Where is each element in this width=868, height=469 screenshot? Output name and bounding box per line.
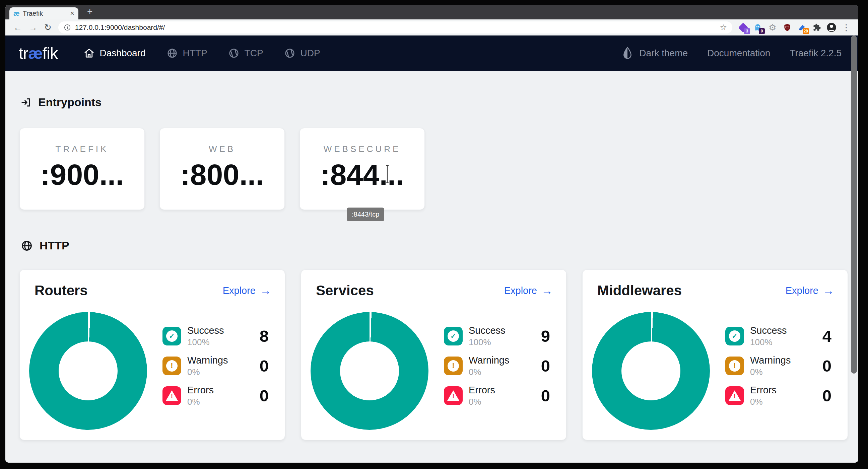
exclaim-glyph: ! <box>452 362 454 370</box>
entrypoint-name: WEBSECURE <box>300 144 425 154</box>
exclaim-glyph: ! <box>171 393 173 400</box>
nav-item-http[interactable]: HTTP <box>166 47 207 59</box>
port-tooltip: :8443/tcp <box>347 207 384 221</box>
tcp-icon <box>228 47 240 59</box>
nav-item-label: UDP <box>301 48 320 59</box>
success-row: ✓ Success 100% 9 <box>444 323 553 349</box>
stat-percent: 0% <box>750 367 790 377</box>
profile-avatar[interactable] <box>826 22 838 33</box>
warnings-row: ! Warnings 0% 0 <box>444 353 553 379</box>
stat-percent: 100% <box>187 337 224 347</box>
stats-list: ✓ Success 100% 8 ! <box>162 323 271 430</box>
explore-label: Explore <box>504 285 537 296</box>
tab-close-icon[interactable]: × <box>70 10 74 17</box>
stat-percent: 0% <box>469 367 509 377</box>
entrypoint-name: TRAEFIK <box>20 144 145 154</box>
stat-percent: 0% <box>187 397 214 407</box>
warnings-row: ! Warnings 0% 0 <box>725 353 834 379</box>
stat-label: Errors <box>469 384 495 396</box>
errors-row: ! Errors 0% 0 <box>444 383 553 408</box>
entrypoint-port: :844... <box>300 158 425 192</box>
version-label: Traefik 2.2.5 <box>789 48 841 59</box>
url-text[interactable]: 127.0.0.1:9000/dashboard/#/ <box>75 24 165 31</box>
stat-percent: 0% <box>187 367 228 377</box>
exclaim-glyph: ! <box>170 362 173 370</box>
browser-window: æ Traefik × + ← → ↻ 127.0.0.1:9000/dashb… <box>5 5 858 463</box>
dashboard-content: Entrypoints TRAEFIK :900... WEB :800... … <box>5 71 858 463</box>
success-icon: ✓ <box>162 327 181 345</box>
check-glyph: ✓ <box>169 332 175 340</box>
stat-label: Errors <box>187 384 214 396</box>
explore-routers-link[interactable]: Explore → <box>223 285 271 296</box>
extension-diamond-icon[interactable]: 3 <box>737 22 749 33</box>
card-body: ✓ Success 100% 8 ! <box>34 307 271 430</box>
stat-label: Success <box>750 325 787 336</box>
stat-percent: 100% <box>469 337 505 347</box>
arrow-right-icon: → <box>541 285 553 296</box>
explore-label: Explore <box>223 285 256 296</box>
warnings-row: ! Warnings 0% 0 <box>162 353 271 379</box>
middlewares-card: Middlewares Explore → ✓ <box>582 269 848 440</box>
nav-item-udp[interactable]: UDP <box>284 47 320 59</box>
back-button[interactable]: ← <box>13 23 22 32</box>
explore-middlewares-link[interactable]: Explore → <box>785 285 834 296</box>
success-icon: ✓ <box>725 327 744 345</box>
dark-theme-toggle[interactable]: Dark theme <box>622 46 688 60</box>
stat-value: 0 <box>823 357 834 375</box>
extension-horn-icon[interactable]: 28 <box>796 22 808 33</box>
nav-item-tcp[interactable]: TCP <box>228 47 263 59</box>
stat-value: 0 <box>541 386 553 405</box>
http-cards: Routers Explore → ✓ Succ <box>20 269 848 440</box>
browser-menu-icon[interactable]: ⋮ <box>840 22 852 33</box>
site-info-icon[interactable] <box>64 24 71 31</box>
check-glyph: ✓ <box>451 332 456 340</box>
card-title: Services <box>316 282 374 299</box>
warning-icon: ! <box>162 357 181 375</box>
routers-donut-chart <box>29 312 147 430</box>
entrypoint-port: :900... <box>20 158 145 192</box>
card-body: ✓ Success 100% 9 ! <box>316 307 553 430</box>
new-tab-button[interactable]: + <box>87 6 92 17</box>
reload-button[interactable]: ↻ <box>44 23 52 32</box>
stat-label: Errors <box>750 384 777 396</box>
bookmark-star-icon[interactable]: ☆ <box>720 23 727 32</box>
nav-item-label: TCP <box>245 48 263 59</box>
nav-item-label: HTTP <box>183 48 207 59</box>
errors-row: ! Errors 0% 0 <box>725 383 834 408</box>
extension-gear-icon[interactable]: ⚙ <box>767 22 779 33</box>
card-body: ✓ Success 100% 4 ! <box>597 307 834 430</box>
explore-services-link[interactable]: Explore → <box>504 285 553 296</box>
extension-shield-icon[interactable] <box>781 22 793 33</box>
arrow-right-icon: → <box>260 285 271 296</box>
page-scrollbar-thumb[interactable] <box>851 35 857 374</box>
dark-theme-label: Dark theme <box>639 48 688 59</box>
exclaim-glyph: ! <box>452 393 454 400</box>
extension-badge: 0 <box>759 28 765 34</box>
stat-label: Success <box>187 325 224 336</box>
tab-strip: æ Traefik × + <box>5 5 858 20</box>
droplet-icon <box>622 46 632 60</box>
logo-ae: æ <box>28 44 42 62</box>
globe-icon <box>166 47 178 59</box>
entrypoint-name: WEB <box>160 144 284 154</box>
extensions-puzzle-icon[interactable] <box>811 22 823 33</box>
logo-text: fik <box>42 44 58 62</box>
forward-button[interactable]: → <box>29 23 37 32</box>
card-header: Routers Explore → <box>34 282 271 299</box>
explore-label: Explore <box>785 285 818 296</box>
browser-tab[interactable]: æ Traefik × <box>9 7 79 20</box>
check-glyph: ✓ <box>732 332 738 340</box>
extension-ghost-icon[interactable]: 0 <box>752 22 764 33</box>
stat-value: 8 <box>260 327 271 345</box>
text-cursor <box>384 165 390 183</box>
stats-list: ✓ Success 100% 4 ! <box>725 323 834 430</box>
documentation-link[interactable]: Documentation <box>707 48 770 59</box>
warning-icon: ! <box>725 357 744 375</box>
nav-item-dashboard[interactable]: Dashboard <box>84 47 146 59</box>
address-bar[interactable]: 127.0.0.1:9000/dashboard/#/ ☆ <box>58 22 732 33</box>
traefik-logo[interactable]: træfik <box>19 44 58 63</box>
stat-label: Warnings <box>469 355 509 366</box>
card-header: Services Explore → <box>316 282 553 299</box>
home-icon <box>84 47 95 59</box>
errors-row: ! Errors 0% 0 <box>162 383 271 408</box>
